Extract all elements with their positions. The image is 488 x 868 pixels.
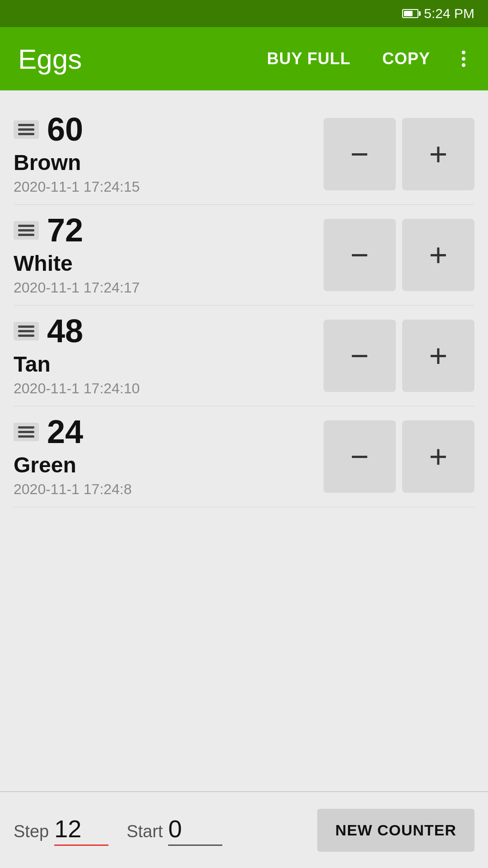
counter-label-3: Tan [14,352,312,377]
app-bar-actions: BUY FULL COPY [263,45,470,73]
counter-label-1: Brown [14,150,312,175]
buy-full-button[interactable]: BUY FULL [263,45,355,73]
start-input[interactable] [168,815,222,846]
counter-number-4: 24 [47,415,83,448]
hamburger-line-2 [18,431,34,433]
decrement-button-2[interactable]: − [324,219,396,291]
status-time: 5:24 PM [424,6,474,21]
counter-top-4: 24 [14,415,312,448]
counter-top-2: 72 [14,214,312,246]
battery-icon [402,9,418,18]
status-bar: 5:24 PM [0,0,488,27]
dot-2 [462,57,465,61]
counter-timestamp-4: 2020-11-1 17:24:8 [14,481,312,498]
hamburger-line-1 [18,225,34,227]
counter-row-3: 48 Tan 2020-11-1 17:24:10 − + [14,306,474,406]
dot-3 [462,63,465,67]
counter-info-1: 60 Brown 2020-11-1 17:24:15 [14,113,316,195]
counter-number-2: 72 [47,214,83,246]
counter-row-1: 60 Brown 2020-11-1 17:24:15 − + [14,104,474,205]
increment-button-2[interactable]: + [402,219,474,291]
decrement-button-4[interactable]: − [324,420,396,493]
counter-number-1: 60 [47,113,83,146]
counter-buttons-4: − + [324,415,474,498]
counter-info-4: 24 Green 2020-11-1 17:24:8 [14,415,316,498]
counter-timestamp-3: 2020-11-1 17:24:10 [14,380,312,397]
hamburger-line-1 [18,326,34,328]
counter-timestamp-1: 2020-11-1 17:24:15 [14,179,312,195]
drag-handle-1[interactable] [14,120,39,139]
increment-button-4[interactable]: + [402,420,474,493]
bottom-bar: Step Start NEW COUNTER [0,791,488,868]
counter-list: 60 Brown 2020-11-1 17:24:15 − + 72 [14,104,474,507]
step-input-group: Step [14,815,108,846]
counter-row-2: 72 White 2020-11-1 17:24:17 − + [14,205,474,306]
drag-handle-2[interactable] [14,221,39,240]
hamburger-line-2 [18,330,34,332]
counter-timestamp-2: 2020-11-1 17:24:17 [14,279,312,296]
counter-row-4: 24 Green 2020-11-1 17:24:8 − + [14,406,474,507]
hamburger-line-3 [18,335,34,337]
drag-handle-3[interactable] [14,322,39,340]
decrement-button-3[interactable]: − [324,320,396,392]
counter-buttons-2: − + [324,214,474,296]
drag-handle-4[interactable] [14,423,39,441]
hamburger-line-3 [18,435,34,438]
counter-top-3: 48 [14,315,312,347]
counter-buttons-1: − + [324,113,474,195]
increment-button-3[interactable]: + [402,320,474,392]
hamburger-line-1 [18,426,34,429]
status-bar-content: 5:24 PM [402,6,474,21]
hamburger-line-2 [18,229,34,231]
start-input-group: Start [127,815,222,846]
counter-info-2: 72 White 2020-11-1 17:24:17 [14,214,316,296]
more-options-button[interactable] [457,46,470,71]
counter-number-3: 48 [47,315,83,347]
main-content: 60 Brown 2020-11-1 17:24:15 − + 72 [0,90,488,791]
step-input[interactable] [54,815,108,846]
counter-info-3: 48 Tan 2020-11-1 17:24:10 [14,315,316,397]
step-label: Step [14,822,49,841]
hamburger-line-3 [18,234,34,236]
decrement-button-1[interactable]: − [324,118,396,190]
new-counter-button[interactable]: NEW COUNTER [317,809,474,852]
counter-buttons-3: − + [324,315,474,397]
app-bar: Eggs BUY FULL COPY [0,27,488,90]
counter-label-2: White [14,251,312,276]
app-title: Eggs [18,43,263,75]
hamburger-line-1 [18,124,34,126]
counter-top-1: 60 [14,113,312,146]
start-label: Start [127,822,163,841]
counter-label-4: Green [14,453,312,477]
hamburger-line-3 [18,133,34,135]
dot-1 [462,51,465,54]
increment-button-1[interactable]: + [402,118,474,190]
hamburger-line-2 [18,128,34,131]
copy-button[interactable]: COPY [378,45,435,73]
